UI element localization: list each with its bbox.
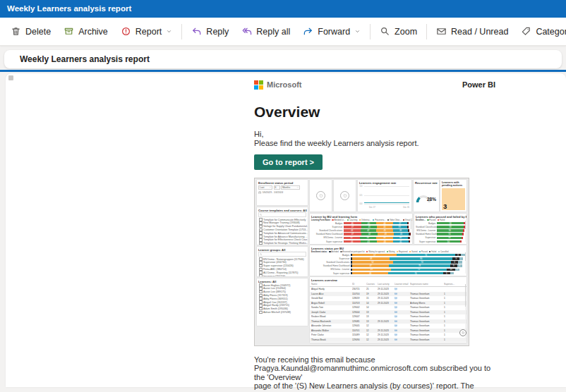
column-header: Name <box>311 283 352 286</box>
learner-email-cell <box>395 302 410 305</box>
filter-item-label: Abby Flores (317319) <box>263 294 288 297</box>
table-cell: Anthony Morris <box>410 302 444 305</box>
shield-placeholder-icon <box>316 191 325 200</box>
chart-bar-segment: 37 <box>393 222 407 225</box>
learner-email-cell <box>395 315 410 319</box>
report-preview-image[interactable]: Enrollment status periodLast6Months1/6/2… <box>254 178 469 346</box>
table-cell: Sondra Tate <box>311 306 352 309</box>
chart-bar-segment: 43 <box>361 240 377 243</box>
toolbar-categorize-button[interactable]: Categorize <box>514 22 566 41</box>
filter-item-label: Aaron Hughes (194972) <box>263 284 290 287</box>
checkbox-icon <box>259 311 263 314</box>
toolbar-reply-button[interactable]: Reply <box>185 22 235 41</box>
footer-line: page of the '(S) New Learners analysis (… <box>254 381 495 392</box>
filter-item-label: Template for Communicate Effectively <box>263 219 306 221</box>
learner-email-cell <box>395 324 410 328</box>
toolbar-forward-button[interactable]: Forward <box>296 22 367 41</box>
kpi-placeholder-1 <box>310 180 332 212</box>
chart-bar: 47424340 <box>344 233 411 235</box>
footer-line: You're receiving this email because <box>254 355 495 364</box>
chart-bar-segment: 38 <box>393 229 407 232</box>
chart-bar-segment <box>409 237 410 240</box>
pane-divider <box>0 70 566 72</box>
filter-list-item: Template for Advance Manufacturing ... <box>257 235 308 238</box>
legend-label: Video Obse... <box>390 219 401 221</box>
table-cell: 129090 <box>352 338 366 341</box>
filter-list-item: Template for Strategic Thinking Works... <box>257 242 308 245</box>
chart-bar-segment <box>450 272 454 275</box>
go-to-report-button[interactable]: Go to report > <box>254 154 323 170</box>
chart-bar: 46709 <box>351 272 465 275</box>
chart-bar-segment: 9 <box>450 264 457 267</box>
report-alert-icon <box>121 26 131 37</box>
table-cell: 1 <box>444 306 464 309</box>
table-cell: 1 <box>444 338 464 341</box>
email-body: Microsoft Power BI Overview Hi, Please f… <box>254 80 495 392</box>
chart-bar-segment: 55 <box>437 233 462 235</box>
chevron-down-icon <box>269 186 272 190</box>
chart-bar: 50 <box>437 240 465 243</box>
search-input <box>258 252 306 257</box>
filter-item-label: Template for Strategic Thinking Works... <box>263 242 308 245</box>
toolbar: DeleteArchiveReportReplyReply allForward… <box>0 18 566 46</box>
chart-bar-segment: 74 <box>393 261 451 264</box>
panel-title: Learners who passed and failed by BU <box>414 214 466 219</box>
chart-bar-segment: 46 <box>352 272 388 275</box>
chart-bar-segment: 72 <box>391 269 447 271</box>
legend-label: Präsenztra... <box>375 219 385 221</box>
select-value: Months <box>282 186 290 189</box>
chart-bar-row: Super supervisor46709 <box>311 271 465 275</box>
chart-bars: Badges46404437Supervisor47414039Standard… <box>310 221 412 243</box>
toolbar-report-button[interactable]: Report <box>114 22 179 41</box>
chart-bar-segment: 54 <box>437 237 462 240</box>
scrollbar-thumb <box>411 221 412 229</box>
checkbox-icon <box>259 274 263 276</box>
chart-bar-segment: 42 <box>344 237 360 240</box>
chart-bar: 477896 <box>351 264 465 267</box>
table-cell: 29.11.2023 <box>378 333 395 336</box>
table-cell: Reuben Wood <box>311 315 352 318</box>
chart-bar-segment: 78 <box>389 264 450 267</box>
learner-email-cell <box>395 306 410 310</box>
table-cell: 129004 <box>352 311 366 314</box>
legend-label: Waiting <box>389 251 395 253</box>
legend-item: Cancelled <box>438 251 449 253</box>
scrollbar-thumb <box>465 221 466 229</box>
toolbar-label: Reply all <box>256 27 290 37</box>
magnifier-icon <box>380 26 390 37</box>
filter-list-item: Template for Advanced Communicatio... <box>257 231 308 235</box>
chart-bar: 44424538 <box>344 229 411 232</box>
recurrence-rate-card: Recurrence rate28% <box>414 180 439 212</box>
chart-bar: 4972106 <box>351 269 465 271</box>
legend-dot-icon <box>347 219 349 221</box>
chart-bar: 58 <box>437 226 465 228</box>
period-range: 1/6/2023 - 1/4/2024 <box>263 191 283 194</box>
table-cell: 1 <box>444 311 464 314</box>
legend-item: Started <box>409 251 417 253</box>
table-cell: 110701 <box>352 329 366 332</box>
chart-bar-segment: 50 <box>437 240 460 243</box>
filter-courses-panel: Course templates and courses: AllTemplat… <box>257 207 308 245</box>
toolbar-read-unread-button[interactable]: Read / Unread <box>430 22 514 41</box>
filter-item-label: Supervisor (456730) <box>263 261 287 264</box>
table-cell: 1 <box>444 293 464 295</box>
chart-category-label: Standard Classifications <box>311 229 344 232</box>
app-window: Weekly Learners analysis report DeleteAr… <box>0 0 566 392</box>
select-value: 6 <box>275 186 277 189</box>
legend-dot-icon <box>387 251 388 252</box>
chart-category-label: EN Demo - Learner <box>311 268 351 271</box>
panel-title: Learners with pending actions <box>440 180 466 188</box>
toolbar-archive-button[interactable]: Archive <box>57 22 114 41</box>
toolbar-delete-button[interactable]: Delete <box>4 22 57 41</box>
legend-item: Onlinetrai... <box>359 219 371 221</box>
column-header: Supervis... <box>444 283 464 286</box>
chart-category-label: Badges <box>416 222 437 225</box>
chart-category-label: Super supervisor <box>311 240 344 243</box>
chart-legend: Enrollment status:AttendedReserved on pa… <box>310 250 466 253</box>
table-cell: 1 <box>444 320 464 323</box>
filter-item-label: EN Demo - Nutzergruppen (117946) <box>263 258 304 261</box>
legend-label: Failed <box>431 251 436 253</box>
chart-bar-segment <box>462 237 463 240</box>
toolbar-zoom-button[interactable]: Zoom <box>373 22 423 41</box>
toolbar-reply-all-button[interactable]: Reply all <box>235 22 296 41</box>
